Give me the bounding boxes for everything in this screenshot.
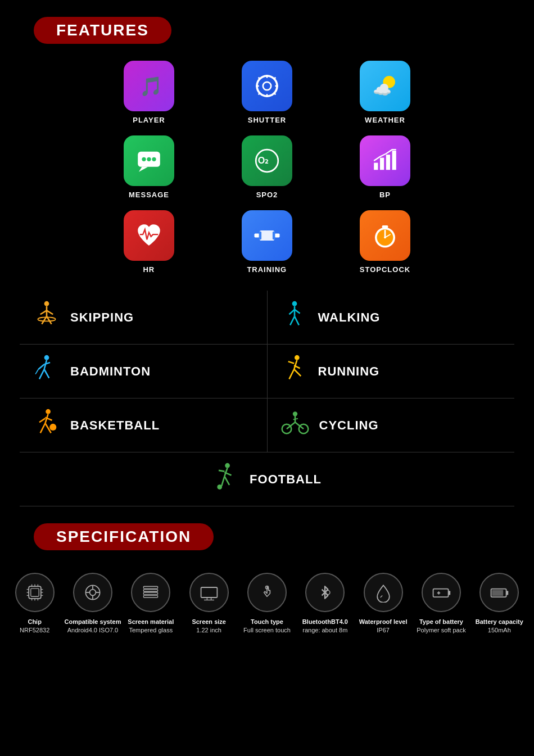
icon-weather: ☁️ WEATHER (360, 61, 410, 124)
spec-screen-size: Screen size 1.22 inch (180, 573, 238, 635)
icons-row-2: MESSAGE O₂ SPO2 BP (124, 135, 410, 199)
svg-point-46 (44, 355, 49, 360)
spec-screen-material: Screen material Tempered glass (122, 573, 180, 635)
svg-rect-101 (144, 590, 158, 592)
shutter-label: SHUTTER (248, 116, 286, 124)
specification-section-header: SPECIFICATION (34, 523, 534, 550)
svg-point-59 (46, 409, 51, 414)
spec-bluetooth: BluetoothBT4.0 range: about 8m (296, 573, 354, 635)
message-icon (124, 135, 174, 186)
svg-line-48 (38, 364, 44, 369)
basketball-icon (33, 409, 60, 442)
svg-point-95 (90, 590, 96, 596)
screen-material-text: Screen material Tempered glass (128, 618, 174, 635)
running-icon (281, 355, 308, 388)
cycling-label: CYCLING (319, 418, 379, 433)
svg-rect-20 (374, 163, 378, 170)
svg-point-14 (142, 157, 146, 161)
app-icons-grid: 🎵 PLAYER SHUTTER (0, 61, 534, 274)
walking-icon (281, 301, 308, 334)
bp-icon (360, 135, 410, 186)
icons-row-1: 🎵 PLAYER SHUTTER (124, 61, 410, 124)
svg-point-79 (218, 485, 223, 490)
svg-line-77 (221, 476, 224, 486)
svg-rect-28 (273, 232, 275, 239)
touch-type-text: Touch type Full screen touch (243, 618, 291, 635)
sports-row-1: SKIPPING WALKING (20, 291, 514, 345)
svg-line-51 (44, 369, 49, 378)
sport-cycling: CYCLING (267, 399, 515, 452)
walking-label: WALKING (318, 310, 381, 325)
sport-football: FOOTBALL (20, 452, 514, 506)
sport-badminton: BADMINTON (20, 345, 267, 399)
svg-point-2 (263, 82, 271, 90)
svg-line-75 (219, 470, 224, 472)
svg-line-62 (39, 418, 45, 422)
svg-rect-102 (144, 592, 158, 595)
spec-items-row: Chip NRF52832 Compatible system Android4… (0, 562, 534, 646)
icon-stopclock: STOPCLOCK (360, 210, 410, 274)
svg-rect-23 (392, 151, 396, 170)
svg-line-44 (290, 316, 295, 325)
icon-bp: BP (360, 135, 410, 199)
icon-spo2: O₂ SPO2 (242, 135, 292, 199)
features-badge: FEATURES (34, 17, 171, 44)
player-icon: 🎵 (124, 61, 174, 111)
training-icon (242, 210, 292, 261)
svg-line-50 (39, 369, 44, 379)
svg-line-49 (44, 363, 50, 364)
svg-point-68 (292, 411, 297, 416)
svg-line-63 (40, 423, 46, 433)
battery-capacity-icon (479, 573, 519, 612)
svg-point-39 (38, 317, 55, 321)
football-label: FOOTBALL (250, 472, 322, 487)
spo2-label: SPO2 (256, 191, 278, 199)
svg-rect-22 (386, 155, 390, 170)
svg-point-16 (152, 157, 156, 161)
svg-line-42 (289, 310, 295, 315)
svg-point-53 (295, 355, 300, 360)
spec-compatible: Compatible system Android4.0 ISO7.0 (64, 573, 121, 635)
svg-rect-81 (30, 588, 38, 596)
bluetooth-text: BluetoothBT4.0 range: about 8m (302, 618, 348, 635)
spo2-icon: O₂ (242, 135, 292, 186)
screen-material-icon (131, 573, 170, 612)
svg-rect-111 (433, 589, 449, 597)
sports-row-2: BADMINTON RUNNING (20, 345, 514, 399)
bp-label: BP (379, 191, 391, 199)
svg-rect-100 (144, 586, 158, 588)
icons-row-3: HR TRAINING (124, 210, 410, 274)
svg-text:🎵: 🎵 (139, 75, 163, 98)
chip-text: Chip NRF52832 (20, 618, 49, 635)
hr-icon (124, 210, 174, 261)
weather-label: WEATHER (365, 116, 405, 124)
svg-line-43 (295, 310, 300, 314)
touch-icon (247, 573, 287, 612)
svg-line-54 (294, 360, 297, 369)
bluetooth-icon (305, 573, 345, 612)
svg-rect-26 (259, 230, 274, 241)
weather-icon: ☁️ (360, 61, 410, 111)
svg-rect-112 (449, 591, 451, 595)
spec-waterproof: Waterproof level IP67 (354, 573, 412, 635)
spec-touch-type: Touch type Full screen touch (238, 573, 296, 635)
specification-badge: SPECIFICATION (34, 523, 214, 550)
icon-hr: HR (124, 210, 174, 274)
icon-message: MESSAGE (124, 135, 174, 199)
svg-line-55 (288, 361, 293, 363)
waterproof-icon (364, 573, 403, 612)
svg-rect-21 (380, 158, 384, 170)
shutter-icon (242, 61, 292, 111)
compatible-text: Compatible system Android4.0 ISO7.0 (65, 618, 121, 635)
spec-chip: Chip NRF52832 (6, 573, 64, 635)
svg-rect-24 (254, 233, 259, 237)
svg-point-109 (326, 590, 330, 594)
sports-grid: SKIPPING WALKING (20, 291, 514, 506)
icon-player: 🎵 PLAYER (124, 61, 174, 124)
stopclock-label: STOPCLOCK (360, 265, 410, 274)
svg-line-36 (47, 310, 53, 314)
chip-icon (15, 573, 55, 612)
badminton-label: BADMINTON (70, 364, 151, 379)
svg-point-33 (44, 301, 49, 306)
svg-rect-32 (382, 225, 388, 228)
